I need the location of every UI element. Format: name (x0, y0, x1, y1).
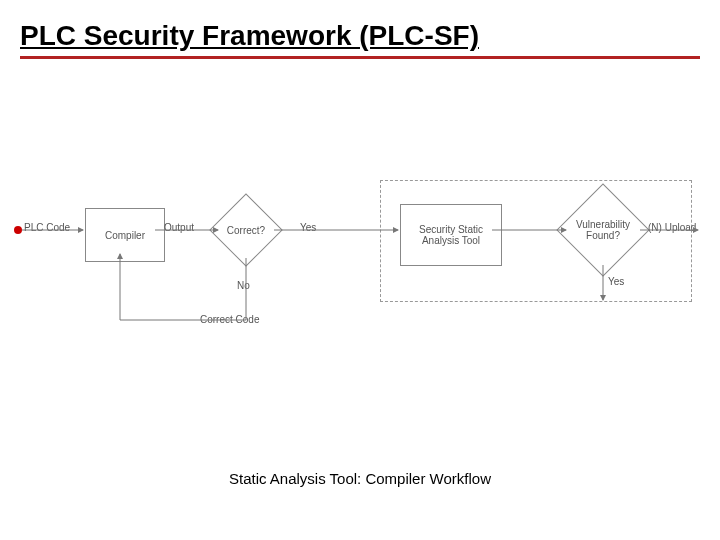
caption: Static Analysis Tool: Compiler Workflow (0, 470, 720, 487)
workflow-diagram: PLC Code Compiler Output Correct? Yes Se… (0, 170, 720, 370)
page-title: PLC Security Framework (PLC-SF) (20, 20, 479, 56)
flow-arrows (0, 170, 720, 370)
title-bar: PLC Security Framework (PLC-SF) (20, 20, 700, 59)
